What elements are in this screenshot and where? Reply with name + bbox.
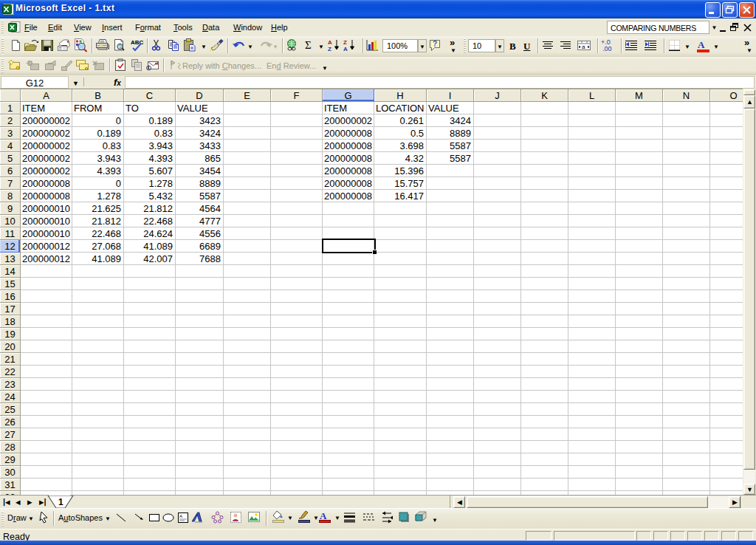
svg-text:?: ?	[433, 40, 437, 48]
svg-text:1: 1	[58, 497, 63, 507]
svg-text:Σ: Σ	[305, 39, 312, 51]
svg-text:.00: .00	[602, 45, 612, 52]
svg-text:A: A	[343, 46, 348, 52]
svg-text:Z: Z	[343, 39, 347, 46]
svg-text:Z: Z	[328, 46, 331, 52]
svg-text:a: a	[582, 44, 585, 50]
svg-text:A: A	[179, 514, 182, 518]
svg-text:A: A	[328, 39, 332, 46]
svg-text:ABC: ABC	[131, 39, 144, 46]
